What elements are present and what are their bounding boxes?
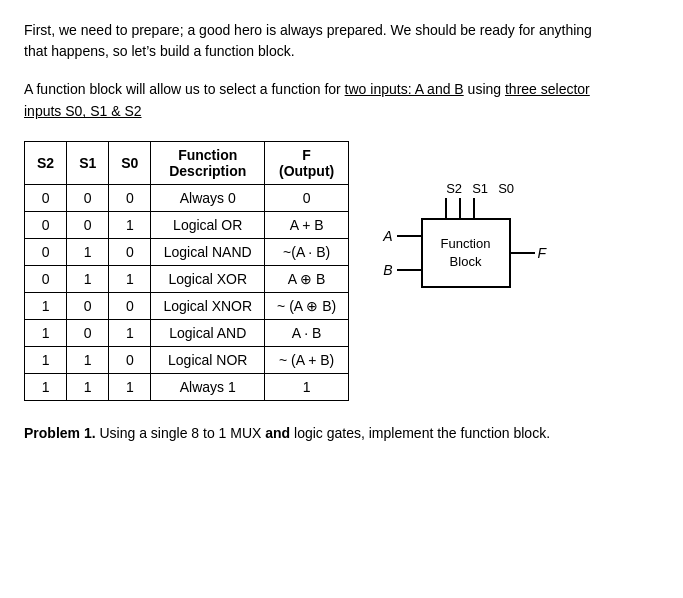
cell-s1: 1 <box>67 238 109 265</box>
input-b-label: B <box>383 262 392 278</box>
input-b-line: B <box>383 262 420 278</box>
col-header-s1: S1 <box>67 141 109 184</box>
output-line: F <box>511 245 547 261</box>
function-table: S2 S1 S0 FunctionDescription F(Output) 0… <box>24 141 349 401</box>
cell-s0: 0 <box>109 292 151 319</box>
s2-line <box>445 198 447 218</box>
cell-output: 0 <box>265 184 349 211</box>
cell-s0: 0 <box>109 238 151 265</box>
problem-statement: Problem 1. Using a single 8 to 1 MUX and… <box>24 423 659 444</box>
cell-output: ~(A · B) <box>265 238 349 265</box>
cell-output: A + B <box>265 211 349 238</box>
s0-label: S0 <box>495 181 517 196</box>
cell-s1: 1 <box>67 265 109 292</box>
cell-s0: 1 <box>109 373 151 400</box>
table-row: 110Logical NOR~ (A + B) <box>25 346 349 373</box>
table-row: 000Always 00 <box>25 184 349 211</box>
cell-s0: 0 <box>109 346 151 373</box>
cell-s0: 1 <box>109 265 151 292</box>
input-a-line: A <box>383 228 420 244</box>
cell-s2: 0 <box>25 184 67 211</box>
col-header-s2: S2 <box>25 141 67 184</box>
cell-func: Logical NAND <box>151 238 265 265</box>
cell-s0: 0 <box>109 184 151 211</box>
s0-line <box>473 198 475 218</box>
selector-labels: S2 S1 S0 <box>443 181 517 196</box>
diagram-area: S2 S1 S0 A B FunctionBlock <box>383 181 546 288</box>
col-header-s0: S0 <box>109 141 151 184</box>
diagram-middle: A B FunctionBlock F <box>383 218 546 288</box>
cell-s0: 1 <box>109 211 151 238</box>
problem-prefix: Problem 1. <box>24 425 96 441</box>
cell-func: Logical AND <box>151 319 265 346</box>
input-labels: A B <box>383 228 420 278</box>
s1-line <box>459 198 461 218</box>
input-a-label: A <box>383 228 392 244</box>
two-inputs-label: two inputs: A and B <box>345 81 464 97</box>
s2-label: S2 <box>443 181 465 196</box>
output-connector <box>511 252 535 254</box>
cell-s0: 1 <box>109 319 151 346</box>
cell-output: ~ (A + B) <box>265 346 349 373</box>
cell-s1: 0 <box>67 319 109 346</box>
cell-func: Logical OR <box>151 211 265 238</box>
cell-s2: 0 <box>25 211 67 238</box>
table-row: 010Logical NAND~(A · B) <box>25 238 349 265</box>
cell-s2: 1 <box>25 319 67 346</box>
table-row: 100Logical XNOR~ (A ⊕ B) <box>25 292 349 319</box>
table-row: 001Logical ORA + B <box>25 211 349 238</box>
cell-s1: 1 <box>67 346 109 373</box>
cell-s1: 0 <box>67 292 109 319</box>
col-header-func: FunctionDescription <box>151 141 265 184</box>
intro-paragraph: First, we need to prepare; a good hero i… <box>24 20 659 123</box>
cell-s2: 1 <box>25 292 67 319</box>
cell-func: Logical XOR <box>151 265 265 292</box>
cell-func: Always 1 <box>151 373 265 400</box>
cell-s1: 1 <box>67 373 109 400</box>
table-row: 111Always 11 <box>25 373 349 400</box>
output-f-label: F <box>538 245 547 261</box>
intro-text: First, we need to prepare; a good hero i… <box>24 20 659 62</box>
cell-s2: 1 <box>25 346 67 373</box>
function-block-label: FunctionBlock <box>441 235 491 271</box>
col-header-output: F(Output) <box>265 141 349 184</box>
table-row: 101Logical ANDA · B <box>25 319 349 346</box>
selector-text: A function block will allow us to select… <box>24 78 659 123</box>
cell-output: ~ (A ⊕ B) <box>265 292 349 319</box>
cell-s1: 0 <box>67 184 109 211</box>
cell-s2: 0 <box>25 238 67 265</box>
b-connector <box>397 269 421 271</box>
cell-output: A · B <box>265 319 349 346</box>
function-block: FunctionBlock <box>421 218 511 288</box>
selector-lines <box>445 198 475 218</box>
cell-func: Logical NOR <box>151 346 265 373</box>
a-connector <box>397 235 421 237</box>
cell-output: A ⊕ B <box>265 265 349 292</box>
cell-s2: 0 <box>25 265 67 292</box>
s1-label: S1 <box>469 181 491 196</box>
cell-func: Always 0 <box>151 184 265 211</box>
table-row: 011Logical XORA ⊕ B <box>25 265 349 292</box>
cell-func: Logical XNOR <box>151 292 265 319</box>
cell-s2: 1 <box>25 373 67 400</box>
problem-text1: Using a single 8 to 1 MUX <box>96 425 266 441</box>
problem-text2: logic gates, implement the function bloc… <box>290 425 550 441</box>
cell-output: 1 <box>265 373 349 400</box>
problem-and: and <box>265 425 290 441</box>
cell-s1: 0 <box>67 211 109 238</box>
main-content: S2 S1 S0 FunctionDescription F(Output) 0… <box>24 141 659 401</box>
